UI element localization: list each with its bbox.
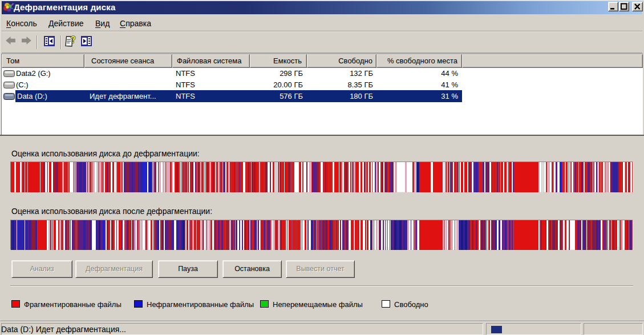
svg-text:?: ? [70,35,76,45]
